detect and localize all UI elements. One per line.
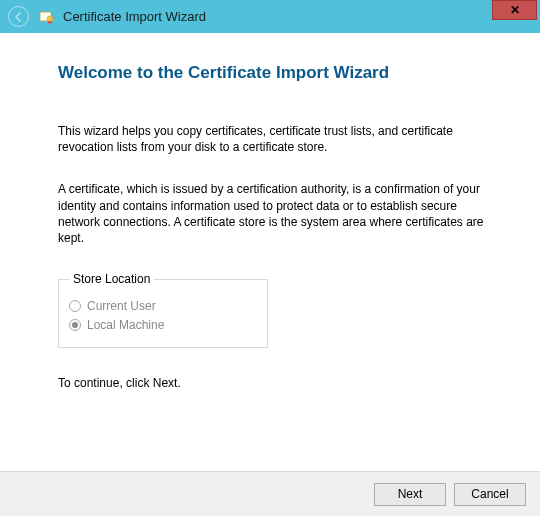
radio-current-user: Current User [69,299,257,313]
radio-icon [69,300,81,312]
window-title: Certificate Import Wizard [63,9,206,24]
close-icon: ✕ [510,3,520,17]
next-button[interactable]: Next [374,483,446,506]
radio-local-machine: Local Machine [69,318,257,332]
radio-label: Current User [87,299,156,313]
page-heading: Welcome to the Certificate Import Wizard [58,63,492,83]
radio-icon [69,319,81,331]
close-button[interactable]: ✕ [492,0,537,20]
store-location-group: Store Location Current User Local Machin… [58,272,268,348]
intro-paragraph-1: This wizard helps you copy certificates,… [58,123,492,155]
certificate-wizard-icon [39,9,55,25]
arrow-left-icon [13,11,25,23]
wizard-footer: Next Cancel [0,471,540,516]
cancel-button[interactable]: Cancel [454,483,526,506]
radio-label: Local Machine [87,318,164,332]
store-location-legend: Store Location [69,272,154,286]
titlebar: Certificate Import Wizard ✕ [0,0,540,33]
wizard-content: Welcome to the Certificate Import Wizard… [0,33,540,471]
continue-hint: To continue, click Next. [58,376,492,390]
intro-paragraph-2: A certificate, which is issued by a cert… [58,181,492,246]
back-button[interactable] [8,6,29,27]
